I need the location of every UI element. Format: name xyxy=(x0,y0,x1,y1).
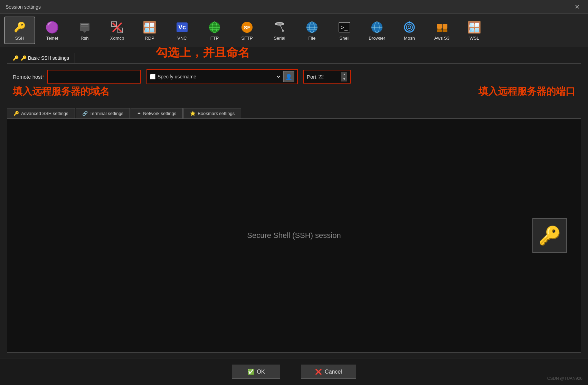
svg-point-32 xyxy=(408,26,411,29)
watermark: CSDN @TUAN926 xyxy=(547,376,582,381)
toolbar-item-rdp[interactable]: 🪟 RDP xyxy=(134,17,165,44)
session-description: Secure Shell (SSH) session xyxy=(247,231,341,240)
username-dropdown[interactable] xyxy=(198,72,281,81)
cancel-label: Cancel xyxy=(325,369,342,375)
basic-ssh-key-icon: 🔑 xyxy=(13,55,19,61)
username-section: Specify username 👤 xyxy=(146,69,298,84)
awss3-icon xyxy=(435,20,449,34)
mosh-icon xyxy=(402,20,416,34)
ok-button[interactable]: ✅ OK xyxy=(232,365,280,379)
cancel-button[interactable]: ❌ Cancel xyxy=(301,365,356,379)
toolbar-item-serial[interactable]: Serial xyxy=(264,17,295,44)
vnc-label: VNC xyxy=(177,36,187,41)
tab-bookmark[interactable]: ⭐ Bookmark settings xyxy=(183,108,241,118)
user-icon-button[interactable]: 👤 xyxy=(283,71,294,82)
ssh-icon: 🔑 xyxy=(13,20,27,34)
rdp-icon: 🪟 xyxy=(143,20,157,34)
toolbar-item-ftp[interactable]: FTP xyxy=(199,17,230,44)
rsh-icon xyxy=(78,20,92,34)
ok-label: OK xyxy=(257,369,265,375)
serial-label: Serial xyxy=(274,36,285,41)
svg-rect-35 xyxy=(443,24,447,29)
title-bar: Session settings ✕ xyxy=(0,0,588,14)
window-title: Session settings xyxy=(6,4,41,10)
svg-rect-1 xyxy=(81,24,88,25)
svg-rect-37 xyxy=(443,29,447,32)
port-label: Port xyxy=(307,74,316,80)
svg-text:Vc: Vc xyxy=(178,24,186,31)
port-increment[interactable]: ▲ xyxy=(341,72,347,77)
tab-bookmark-label: Bookmark settings xyxy=(198,111,235,116)
ok-icon: ✅ xyxy=(247,368,254,375)
sftp-label: SFTP xyxy=(241,36,253,41)
toolbar-item-browser[interactable]: Browser xyxy=(361,17,392,44)
wsl-label: WSL xyxy=(470,36,479,41)
svg-point-33 xyxy=(408,21,410,23)
tab-network[interactable]: ✦ Network settings xyxy=(131,108,183,118)
toolbar-item-telnet[interactable]: 🟣 Telnet xyxy=(37,17,68,44)
toolbar-item-awss3[interactable]: Aws S3 xyxy=(426,17,457,44)
bottom-bar: ✅ OK ❌ Cancel xyxy=(0,358,588,385)
network-icon: ✦ xyxy=(137,111,141,116)
vnc-icon: Vc xyxy=(175,20,189,34)
toolbar-item-rsh[interactable]: Rsh xyxy=(69,17,100,44)
annotation-row: 填入远程服务器的域名 填入远程服务器的端口 xyxy=(13,84,575,99)
terminal-icon: 🔗 xyxy=(82,111,88,116)
main-content-panel: Secure Shell (SSH) session 🔑 xyxy=(7,119,581,353)
toolbar-item-vnc[interactable]: Vc VNC xyxy=(167,17,198,44)
tab-terminal[interactable]: 🔗 Terminal settings xyxy=(76,108,130,118)
port-spinner: ▲ ▼ xyxy=(341,72,347,81)
rdp-label: RDP xyxy=(145,36,154,41)
svg-point-19 xyxy=(282,30,284,32)
session-settings-window: Session settings ✕ 🔑 SSH 🟣 Telnet Rsh xyxy=(0,0,588,385)
xdmcp-label: Xdmcp xyxy=(110,36,124,41)
ftp-icon xyxy=(208,20,221,34)
session-tabs: 🔑 🔑 Basic SSH settings xyxy=(7,53,581,63)
svg-rect-36 xyxy=(437,29,442,32)
tab-basic-ssh-label: 🔑 Basic SSH settings xyxy=(21,55,69,61)
toolbar: 🔑 SSH 🟣 Telnet Rsh Xdmcp xyxy=(0,14,588,47)
telnet-icon: 🟣 xyxy=(45,20,59,34)
remote-host-border xyxy=(47,70,141,84)
tab-network-label: Network settings xyxy=(143,111,176,116)
svg-rect-34 xyxy=(437,24,442,29)
toolbar-item-mosh[interactable]: Mosh xyxy=(394,17,425,44)
toolbar-item-sftp[interactable]: SF SFTP xyxy=(231,17,263,44)
serial-icon xyxy=(273,20,286,34)
file-icon xyxy=(305,20,319,34)
cancel-icon: ❌ xyxy=(315,368,322,375)
tab-terminal-label: Terminal settings xyxy=(90,111,124,116)
tab-basic-ssh[interactable]: 🔑 🔑 Basic SSH settings xyxy=(7,53,75,63)
annotation-domain: 填入远程服务器的域名 xyxy=(13,85,110,98)
key-emoji: 🔑 xyxy=(539,225,561,246)
bookmark-star-icon: ⭐ xyxy=(190,111,196,116)
mosh-label: Mosh xyxy=(404,36,415,41)
port-decrement[interactable]: ▼ xyxy=(341,77,347,81)
browser-label: Browser xyxy=(369,36,385,41)
svg-rect-2 xyxy=(81,26,88,27)
svg-text:SF: SF xyxy=(244,25,250,30)
shell-label: Shell xyxy=(340,36,350,41)
sub-tabs: 🔑 Advanced SSH settings 🔗 Terminal setti… xyxy=(7,108,581,119)
xdmcp-icon xyxy=(110,20,124,34)
toolbar-item-shell[interactable]: >_ Shell xyxy=(329,17,360,44)
content-area: 🔑 🔑 Basic SSH settings 勾选上，并且命名 Remote h… xyxy=(0,47,588,358)
awss3-label: Aws S3 xyxy=(434,36,449,41)
port-section: Port ▲ ▼ xyxy=(303,70,351,84)
close-button[interactable]: ✕ xyxy=(572,2,582,12)
tab-advanced-ssh[interactable]: 🔑 Advanced SSH settings xyxy=(7,108,75,118)
port-input[interactable] xyxy=(318,72,339,81)
remote-host-group: Remote host* xyxy=(13,70,141,84)
toolbar-item-ssh[interactable]: 🔑 SSH xyxy=(4,17,35,44)
wsl-icon: 🪟 xyxy=(467,20,481,34)
annotation-port: 填入远程服务器的端口 xyxy=(478,85,575,98)
toolbar-item-wsl[interactable]: 🪟 WSL xyxy=(459,17,490,44)
toolbar-item-xdmcp[interactable]: Xdmcp xyxy=(102,17,133,44)
session-panel: 勾选上，并且命名 Remote host* Specify username xyxy=(7,63,581,105)
rsh-label: Rsh xyxy=(80,36,88,41)
specify-username-checkbox[interactable] xyxy=(150,74,155,79)
toolbar-item-file[interactable]: File xyxy=(296,17,328,44)
remote-host-input[interactable] xyxy=(49,71,139,82)
specify-username-label: Specify username xyxy=(158,74,196,79)
remote-host-label: Remote host* xyxy=(13,74,44,80)
